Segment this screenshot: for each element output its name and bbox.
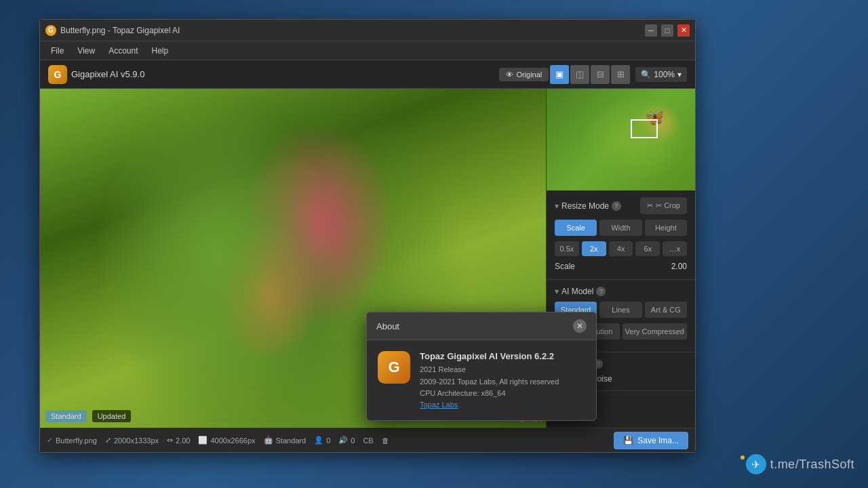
resize-mode-buttons: Scale Width Height xyxy=(555,220,687,236)
output-size-label: 4000x2666px xyxy=(210,436,255,445)
dialog-release: 2021 Release xyxy=(420,364,559,376)
resize-mode-title: Resize Mode xyxy=(561,201,609,211)
resize-title-row: ▾ Resize Mode ? xyxy=(555,201,621,211)
face-icon: 👤 xyxy=(314,436,323,445)
title-bar: G Butterfly.png - Topaz Gigapixel AI ─ □… xyxy=(40,20,695,41)
scale-4x-button[interactable]: 4x xyxy=(609,241,633,256)
view-split-v-button[interactable]: ◫ xyxy=(570,65,589,84)
window-controls: ─ □ ✕ xyxy=(645,24,690,37)
zoom-control[interactable]: 🔍 100% ▾ xyxy=(635,67,687,82)
trash-icon: 🗑 xyxy=(382,436,389,445)
menu-view[interactable]: View xyxy=(72,45,100,57)
resize-height-button[interactable]: Height xyxy=(645,220,687,236)
resize-mode-header: ▾ Resize Mode ? ✂ ✂ Crop xyxy=(555,197,687,214)
zoom-icon: 🔍 xyxy=(641,70,651,79)
dialog-header: About ✕ xyxy=(367,312,596,340)
scale-value: 2.00 xyxy=(671,262,687,271)
app-name: Gigapixel AI v5.9.0 xyxy=(71,69,144,79)
save-label: Save Ima... xyxy=(637,436,679,445)
faces-item: 👤 0 xyxy=(314,436,330,445)
view-quad-button[interactable]: ⊞ xyxy=(611,65,630,84)
model-status-label: Standard xyxy=(276,436,307,445)
telegram-icon: ✈ xyxy=(746,454,766,474)
canvas-badges: Standard Updated xyxy=(45,410,131,422)
topaz-labs-link[interactable]: Topaz Labs xyxy=(420,401,458,409)
menu-account[interactable]: Account xyxy=(103,45,143,57)
toolbar: G Gigapixel AI v5.9.0 👁 Original ▣ ◫ ⊟ ⊞… xyxy=(40,60,695,89)
scale-custom-button[interactable]: …x xyxy=(663,241,687,256)
watermark: ✈ t.me/TrashSoft xyxy=(746,454,854,474)
very-compressed-button[interactable]: Very Compressed xyxy=(623,323,688,340)
zoom-chevron: ▾ xyxy=(677,70,682,79)
output-size-icon: ⬜ xyxy=(198,436,208,445)
dialog-body: G Topaz Gigapixel AI Version 6.2.2 2021 … xyxy=(367,340,596,420)
minimize-button[interactable]: ─ xyxy=(645,24,657,37)
scale-buttons-row: 0.5x 2x 4x 6x …x xyxy=(555,241,687,256)
filename-label: Butterfly.png xyxy=(56,436,97,445)
model-artcg-button[interactable]: Art & CG xyxy=(645,302,687,318)
scale-6x-button[interactable]: 6x xyxy=(635,241,660,256)
watermark-text: t.me/TrashSoft xyxy=(770,458,854,472)
file-status-item: ✓ Butterfly.png xyxy=(47,436,97,445)
scale-status-item: ⇔ 2.00 xyxy=(167,436,190,445)
model-status-icon: 🤖 xyxy=(264,436,273,445)
resize-width-button[interactable]: Width xyxy=(599,220,642,236)
scale-0-5x-button[interactable]: 0.5x xyxy=(555,241,579,256)
scale-2x-button[interactable]: 2x xyxy=(582,241,606,256)
volume-icon: 🔊 xyxy=(338,436,348,445)
view-single-button[interactable]: ▣ xyxy=(550,65,569,84)
menu-file[interactable]: File xyxy=(45,45,69,57)
volume-item: 🔊 0 xyxy=(338,436,355,445)
view-split-h-button[interactable]: ⊟ xyxy=(591,65,610,84)
resize-mode-section: ▾ Resize Mode ? ✂ ✂ Crop Scale Width Hei… xyxy=(547,190,695,280)
restore-button[interactable]: □ xyxy=(661,24,673,37)
model-status-item: 🤖 Standard xyxy=(264,436,307,445)
dialog-info: Topaz Gigapixel AI Version 6.2.2 2021 Re… xyxy=(420,351,559,409)
check-icon: ✓ xyxy=(47,436,53,445)
eye-icon: 👁 xyxy=(506,70,513,79)
model-lines-button[interactable]: Lines xyxy=(599,302,642,318)
close-button[interactable]: ✕ xyxy=(677,24,690,37)
dialog-close-button[interactable]: ✕ xyxy=(573,319,587,333)
crop-icon: ✂ xyxy=(647,201,653,210)
collapse-resize-arrow[interactable]: ▾ xyxy=(555,201,559,211)
volume-label: 0 xyxy=(351,436,355,445)
output-size-item: ⬜ 4000x2666px xyxy=(198,436,255,445)
crop-button[interactable]: ✂ ✂ Crop xyxy=(640,197,687,214)
dialog-app-title: Topaz Gigapixel AI Version 6.2.2 xyxy=(420,351,559,361)
window-icon: G xyxy=(45,25,56,36)
collapse-ai-arrow[interactable]: ▾ xyxy=(555,287,559,296)
scale-icon: ⇔ xyxy=(167,436,173,445)
preview-viewport-box xyxy=(631,119,658,138)
window-title: Butterfly.png - Topaz Gigapixel AI xyxy=(60,26,645,35)
menu-help[interactable]: Help xyxy=(146,45,174,57)
resize-scale-button[interactable]: Scale xyxy=(555,220,597,236)
ai-model-title: AI Model xyxy=(561,287,593,296)
updated-badge: Updated xyxy=(92,410,132,422)
menu-bar: File View Account Help xyxy=(40,41,695,60)
ai-help-icon[interactable]: ? xyxy=(596,287,606,296)
view-toggle-group: 👁 Original ▣ ◫ ⊟ ⊞ xyxy=(499,65,630,84)
dialog-architecture: CPU Architecture: x86_64 xyxy=(420,388,559,400)
trash-item[interactable]: 🗑 xyxy=(382,436,389,445)
logo-icon: G xyxy=(48,65,67,84)
cb-item: CB xyxy=(363,436,373,445)
input-size-item: ⤢ 2000x1333px xyxy=(105,436,159,445)
original-button[interactable]: 👁 Original xyxy=(499,68,549,81)
cb-label: CB xyxy=(363,436,373,445)
ai-title-row: ▾ AI Model ? xyxy=(555,287,606,296)
preview-thumbnail: 🦋 xyxy=(547,89,695,190)
dialog-copyright: 2009-2021 Topaz Labs, All rights reserve… xyxy=(420,376,559,388)
status-bar: ✓ Butterfly.png ⤢ 2000x1333px ⇔ 2.00 ⬜ 4… xyxy=(40,428,695,452)
model-badge: Standard xyxy=(45,410,87,422)
scale-label: Scale xyxy=(555,262,575,271)
input-size-label: 2000x1333px xyxy=(114,436,159,445)
save-button[interactable]: 💾 Save Ima... xyxy=(614,432,688,449)
faces-label: 0 xyxy=(326,436,330,445)
dialog-title: About xyxy=(376,321,399,331)
zoom-value: 100% xyxy=(654,70,675,79)
watermark-dot xyxy=(741,455,745,460)
ai-model-header: ▾ AI Model ? xyxy=(555,287,687,296)
input-size-icon: ⤢ xyxy=(105,436,111,445)
resize-help-icon[interactable]: ? xyxy=(612,201,621,211)
